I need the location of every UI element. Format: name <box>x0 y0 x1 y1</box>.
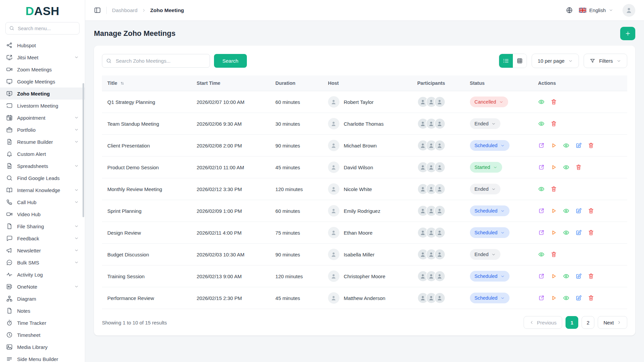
language-selector[interactable]: English <box>577 7 615 13</box>
user-avatar[interactable] <box>623 4 635 17</box>
view-meeting-action-icon[interactable] <box>538 120 545 127</box>
sidebar-item-activity-log[interactable]: Activity Log <box>0 268 85 281</box>
meeting-start-time: 2026/02/07 10:00 AM <box>191 91 270 113</box>
view-meeting-action-icon[interactable] <box>563 295 570 301</box>
status-badge[interactable]: Scheduled <box>470 205 510 216</box>
status-badge[interactable]: Scheduled <box>470 140 510 151</box>
per-page-select[interactable]: 10 per page <box>532 54 579 68</box>
open-meeting-action-icon[interactable] <box>538 164 545 171</box>
host-avatar <box>328 140 339 151</box>
start-meeting-action-icon[interactable] <box>550 164 557 171</box>
status-badge[interactable]: Started <box>470 162 502 173</box>
status-badge[interactable]: Cancelled <box>470 97 508 107</box>
sidebar-item-jitsi-meet[interactable]: Jitsi Meet <box>0 51 85 63</box>
view-meeting-action-icon[interactable] <box>563 207 570 214</box>
logo-accent-letter: D <box>25 4 34 18</box>
sidebar-item-google-meetings[interactable]: Google Meetings <box>0 75 85 87</box>
sidebar-item-file-sharing[interactable]: File Sharing <box>0 220 85 232</box>
list-view-button[interactable] <box>499 54 513 68</box>
sidebar-item-zoom-meetings[interactable]: Zoom Meetings <box>0 63 85 75</box>
sidebar-item-livestorm-meeting[interactable]: Livestorm Meeting <box>0 100 85 112</box>
add-meeting-button[interactable] <box>620 27 635 40</box>
sidebar-item-portfolio[interactable]: Portfolio <box>0 124 85 136</box>
sidebar-item-zoho-meeting[interactable]: Zoho Meeting <box>0 87 85 100</box>
open-meeting-action-icon[interactable] <box>538 207 545 214</box>
sidebar-item-hubspot[interactable]: Hubspot <box>0 39 85 51</box>
search-button[interactable]: Search <box>214 54 247 68</box>
delete-meeting-action-icon[interactable] <box>588 295 594 301</box>
status-badge[interactable]: Ended <box>470 118 501 129</box>
status-badge[interactable]: Scheduled <box>470 227 510 238</box>
sidebar-item-find-google-leads[interactable]: Find Google Leads <box>0 172 85 184</box>
edit-meeting-action-icon[interactable] <box>575 295 582 301</box>
sidebar-item-custom-alert[interactable]: Custom Alert <box>0 148 85 160</box>
open-meeting-action-icon[interactable] <box>538 273 545 280</box>
start-meeting-action-icon[interactable] <box>550 273 557 280</box>
start-meeting-action-icon[interactable] <box>550 229 557 236</box>
edit-meeting-action-icon[interactable] <box>575 142 582 149</box>
delete-meeting-action-icon[interactable] <box>575 164 582 171</box>
view-meeting-action-icon[interactable] <box>563 142 570 149</box>
sidebar-item-notes[interactable]: Notes <box>0 305 85 317</box>
sidebar-item-bulk-sms[interactable]: Bulk SMS <box>0 256 85 268</box>
sidebar-item-time-tracker[interactable]: Time Tracker <box>0 317 85 329</box>
status-badge[interactable]: Scheduled <box>470 293 510 303</box>
view-meeting-action-icon[interactable] <box>563 164 570 171</box>
breadcrumb-dashboard[interactable]: Dashboard <box>112 7 138 13</box>
edit-meeting-action-icon[interactable] <box>575 229 582 236</box>
delete-meeting-action-icon[interactable] <box>550 99 557 105</box>
delete-meeting-action-icon[interactable] <box>588 142 594 149</box>
sidebar-toggle-button[interactable] <box>94 7 101 14</box>
start-meeting-action-icon[interactable] <box>550 142 557 149</box>
sidebar-item-appointment[interactable]: Appointment <box>0 112 85 124</box>
delete-meeting-action-icon[interactable] <box>550 251 557 258</box>
sidebar-item-video-hub[interactable]: Video Hub <box>0 208 85 220</box>
delete-meeting-action-icon[interactable] <box>550 186 557 192</box>
sidebar-item-label: Hubspot <box>17 43 36 48</box>
sidebar-search-input[interactable] <box>5 22 79 35</box>
globe-button[interactable] <box>566 7 573 14</box>
sidebar-item-internal-knowledge[interactable]: Internal Knowledge <box>0 184 85 196</box>
start-meeting-action-icon[interactable] <box>550 295 557 301</box>
sidebar-item-newsletter[interactable]: Newsletter <box>0 244 85 256</box>
open-meeting-action-icon[interactable] <box>538 142 545 149</box>
view-meeting-action-icon[interactable] <box>538 186 545 192</box>
open-meeting-action-icon[interactable] <box>538 229 545 236</box>
sidebar-item-side-menu-builder[interactable]: Side Menu Builder <box>0 353 85 362</box>
sidebar-item-onenote[interactable]: OneNote <box>0 281 85 293</box>
sort-icon[interactable] <box>120 81 125 86</box>
column-header-title[interactable]: Title <box>102 75 191 91</box>
filters-button[interactable]: Filters <box>584 54 627 68</box>
sidebar-item-call-hub[interactable]: Call Hub <box>0 196 85 208</box>
sidebar-item-spreadsheets[interactable]: Spreadsheets <box>0 160 85 172</box>
sidebar-scrollbar[interactable] <box>83 83 84 217</box>
edit-meeting-action-icon[interactable] <box>575 273 582 280</box>
status-badge[interactable]: Ended <box>470 249 501 260</box>
edit-meeting-action-icon[interactable] <box>575 207 582 214</box>
page-button-2[interactable]: 2 <box>582 316 594 329</box>
page-button-1[interactable]: 1 <box>566 316 578 329</box>
meeting-search-input[interactable] <box>102 54 210 68</box>
next-page-button[interactable]: Next <box>598 316 627 329</box>
view-meeting-action-icon[interactable] <box>563 273 570 280</box>
start-meeting-action-icon[interactable] <box>550 207 557 214</box>
status-badge[interactable]: Ended <box>470 184 501 194</box>
grid-view-button[interactable] <box>513 54 527 68</box>
delete-meeting-action-icon[interactable] <box>550 120 557 127</box>
sidebar-item-timesheet[interactable]: Timesheet <box>0 329 85 341</box>
sidebar-item-diagram[interactable]: Diagram <box>0 293 85 305</box>
delete-meeting-action-icon[interactable] <box>588 229 594 236</box>
view-meeting-action-icon[interactable] <box>563 229 570 236</box>
delete-meeting-action-icon[interactable] <box>588 207 594 214</box>
previous-page-button[interactable]: Previous <box>524 316 562 329</box>
view-meeting-action-icon[interactable] <box>538 251 545 258</box>
meeting-duration: 45 minutes <box>270 287 323 309</box>
sidebar-item-feedback[interactable]: Feedback <box>0 232 85 244</box>
sidebar-item-media-library[interactable]: Media Library <box>0 341 85 353</box>
status-badge[interactable]: Scheduled <box>470 271 510 282</box>
open-meeting-action-icon[interactable] <box>538 295 545 301</box>
delete-meeting-action-icon[interactable] <box>588 273 594 280</box>
view-meeting-action-icon[interactable] <box>538 99 545 105</box>
sidebar-item-label: Google Meetings <box>17 79 55 84</box>
sidebar-item-resume-builder[interactable]: Resume Builder <box>0 136 85 148</box>
